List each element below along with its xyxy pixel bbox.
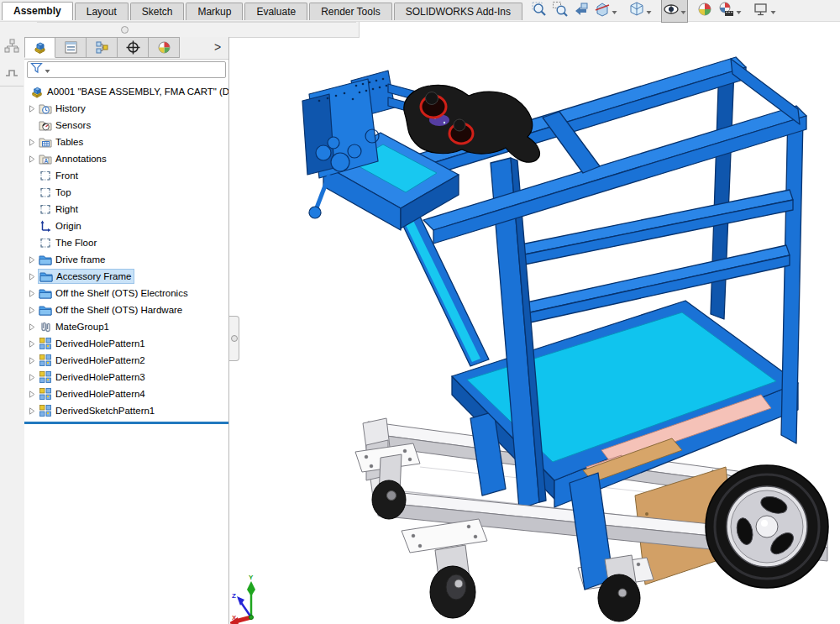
fm-tab-featuremanager-design-tree[interactable]: [24, 37, 55, 58]
triad-x-label: X: [232, 614, 237, 621]
tree-item-label: Right: [55, 204, 78, 214]
tree-item-derivedholepattern1[interactable]: DerivedHolePattern1: [24, 335, 228, 352]
ribbon-tab-assembly[interactable]: Assembly: [2, 2, 73, 20]
view-settings-button[interactable]: [751, 0, 778, 23]
expand-arrow[interactable]: [29, 323, 39, 331]
apply-scene-button[interactable]: [717, 0, 743, 23]
plane-icon: [39, 186, 52, 199]
expand-arrow[interactable]: [29, 256, 39, 264]
drive-wheel[interactable]: [706, 465, 828, 588]
tree-item-annotations[interactable]: AAnnotations: [24, 150, 228, 167]
left-tool-strip: [0, 37, 25, 624]
ribbon-collapse-handle[interactable]: [121, 26, 129, 34]
tree-item-label: MateGroup1: [55, 322, 109, 332]
zoom-to-fit-button[interactable]: [529, 0, 549, 23]
tree-filter-input[interactable]: [27, 61, 226, 78]
tree-item-accessory-frame[interactable]: Accessory Frame: [24, 268, 228, 285]
dropdown-caret[interactable]: [770, 3, 776, 18]
expand-arrow[interactable]: [29, 290, 39, 297]
tables-icon: [39, 135, 52, 149]
tree-item-origin[interactable]: Origin: [24, 218, 228, 234]
dropdown-caret[interactable]: [612, 3, 617, 18]
pattern-icon: [39, 370, 52, 384]
expand-arrow[interactable]: [29, 105, 39, 113]
tree-item-off-the-shelf-ots-electronics[interactable]: Off the Shelf (OTS) Electronics: [24, 285, 228, 302]
sensors-icon: [39, 118, 52, 132]
dropdown-caret[interactable]: [646, 3, 652, 18]
tree-item-sensors[interactable]: Sensors: [24, 117, 228, 134]
assembly-icon: [30, 85, 44, 98]
expand-arrow[interactable]: [29, 357, 39, 364]
section-view-button[interactable]: [592, 0, 619, 23]
tree-item-label: DerivedHolePattern1: [55, 338, 145, 349]
fm-tab-configurationmanager[interactable]: [87, 37, 118, 58]
expand-arrow[interactable]: [29, 391, 39, 398]
tree-item-drive-frame[interactable]: Drive frame: [24, 251, 228, 268]
expand-arrow[interactable]: [29, 407, 39, 415]
tree-item-top[interactable]: Top: [24, 184, 228, 201]
view-settings-icon: [753, 1, 769, 21]
hide-show-items-button[interactable]: [661, 0, 688, 23]
fm-tab-propertymanager[interactable]: [55, 37, 87, 58]
display-style-button[interactable]: [627, 0, 654, 23]
orientation-triad: Y Z X: [230, 574, 255, 624]
ribbon-tab-markup[interactable]: Markup: [186, 3, 243, 20]
tree-item-a0001-base-assembly-fma-cart-defaul[interactable]: A0001 "BASE ASSEMBLY, FMA CART" (Defaul: [24, 83, 228, 100]
plane-icon: [39, 202, 52, 216]
tree-item-history[interactable]: History: [24, 100, 228, 117]
tree-item-off-the-shelf-ots-hardware[interactable]: Off the Shelf (OTS) Hardware: [24, 302, 228, 318]
tree-item-label: DerivedHolePattern2: [55, 355, 145, 365]
tree-item-label: Origin: [55, 221, 81, 231]
zoom-to-fit-icon: [531, 1, 548, 21]
tree-item-tables[interactable]: Tables: [24, 134, 228, 150]
tree-item-derivedsketchpattern1[interactable]: DerivedSketchPattern1: [24, 402, 228, 419]
cart-assembly-model[interactable]: [302, 57, 828, 621]
dropdown-caret[interactable]: [680, 3, 686, 18]
dropdown-caret[interactable]: [736, 3, 742, 18]
tree-item-label: Front: [55, 170, 78, 181]
rollback-bar[interactable]: [24, 422, 228, 424]
expand-arrow[interactable]: [29, 139, 39, 146]
tree-item-front[interactable]: Front: [24, 167, 228, 184]
ribbon-tab-solidworks-add-ins[interactable]: SOLIDWORKS Add-Ins: [394, 3, 522, 20]
edit-appearance-button[interactable]: [696, 0, 716, 23]
filter-funnel-icon[interactable]: [30, 62, 43, 77]
game-controller[interactable]: [404, 85, 540, 162]
tree-item-label: History: [55, 103, 86, 113]
fm-tab-dimxpertmanager[interactable]: [118, 37, 149, 58]
tree-item-label: Annotations: [55, 154, 107, 164]
previous-view-icon: [573, 1, 590, 21]
folder-icon: [39, 303, 52, 317]
expand-arrow[interactable]: [29, 340, 39, 348]
splitter-knob[interactable]: [231, 335, 238, 342]
ribbon-tab-sketch[interactable]: Sketch: [130, 3, 185, 20]
expand-arrow[interactable]: [29, 155, 39, 163]
ribbon-tab-render-tools[interactable]: Render Tools: [309, 3, 392, 20]
plane-icon: [39, 169, 52, 182]
tree-item-the-floor[interactable]: The Floor: [24, 234, 228, 251]
triad-z-label: Z: [232, 592, 236, 600]
graphics-viewport[interactable]: Y Z X: [230, 21, 840, 624]
ribbon-tab-evaluate[interactable]: Evaluate: [244, 3, 307, 20]
assembly-structure-icon[interactable]: [4, 39, 20, 58]
panel-expand-chevron[interactable]: >: [207, 37, 228, 59]
tree-item-derivedholepattern3[interactable]: DerivedHolePattern3: [24, 369, 228, 385]
fm-tab-displaymanager[interactable]: [149, 37, 180, 58]
zoom-to-area-button[interactable]: [550, 0, 570, 23]
tree-item-right[interactable]: Right: [24, 201, 228, 218]
previous-view-button[interactable]: [571, 0, 591, 23]
featuremanager-design-tree: A0001 "BASE ASSEMBLY, FMA CART" (DefaulH…: [24, 80, 228, 424]
edit-appearance-icon: [697, 1, 714, 21]
filter-dropdown-caret[interactable]: [45, 62, 50, 77]
ribbon-tab-layout[interactable]: Layout: [75, 3, 129, 20]
tree-item-derivedholepattern2[interactable]: DerivedHolePattern2: [24, 352, 228, 369]
pattern-icon: [39, 404, 52, 417]
tree-item-derivedholepattern4[interactable]: DerivedHolePattern4: [24, 385, 228, 402]
step-profile-icon[interactable]: [4, 64, 20, 83]
expand-arrow[interactable]: [29, 374, 39, 381]
panel-splitter-handle[interactable]: [229, 316, 239, 361]
tree-item-mategroup1[interactable]: MateGroup1: [24, 318, 228, 335]
display-style-icon: [628, 1, 645, 21]
expand-arrow[interactable]: [29, 307, 39, 314]
tree-item-label: Off the Shelf (OTS) Electronics: [55, 288, 188, 298]
